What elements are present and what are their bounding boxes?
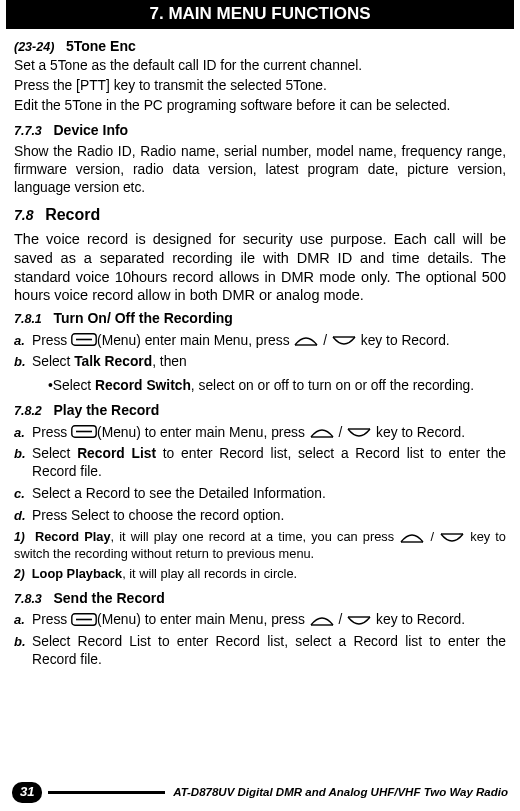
- sect-num: 7.8: [14, 207, 33, 223]
- footer: 31 AT-D878UV Digital DMR and Analog UHF/…: [0, 782, 520, 803]
- menu-key-icon: [71, 613, 97, 626]
- text: •Select: [48, 378, 95, 393]
- text: /: [425, 529, 439, 544]
- s782-a: a. Press (Menu) to enter main Menu, pres…: [14, 424, 506, 442]
- bold: Record List: [77, 446, 156, 461]
- bold: Record Switch: [95, 378, 191, 393]
- record-body: The voice record is designed for securit…: [14, 230, 506, 305]
- list-body: Press Select to choose the record option…: [32, 507, 506, 525]
- text: (Menu) enter main Menu, press: [97, 333, 293, 348]
- s783-b: b. Select Record List to enter Record li…: [14, 633, 506, 669]
- text: Press: [32, 425, 71, 440]
- text: , it will play one record at a time, you…: [111, 529, 400, 544]
- down-key-icon: [346, 615, 372, 627]
- section-device-info: 7.7.3 Device Info: [14, 121, 506, 139]
- list-label: d.: [14, 507, 32, 525]
- sect-num: 7.7.3: [14, 124, 42, 138]
- 5tone-line2: Press the [PTT] key to transmit the sele…: [14, 77, 506, 95]
- page-content: (23-24) 5Tone Enc Set a 5Tone as the def…: [0, 29, 520, 669]
- list-label: b.: [14, 353, 32, 371]
- sect-num: 7.8.1: [14, 312, 42, 326]
- s781-a: a. Press (Menu) enter main Menu, press /…: [14, 332, 506, 350]
- text: Select: [32, 354, 74, 369]
- list-body: Select Record List to enter Record list,…: [32, 633, 506, 669]
- text: (Menu) to enter main Menu, press: [97, 612, 309, 627]
- page-number: 31: [12, 782, 42, 803]
- sect-title: 5Tone Enc: [66, 38, 136, 54]
- list-body: Select a Record to see the Detailed Info…: [32, 485, 506, 503]
- text: (Menu) to enter main Menu, press: [97, 425, 309, 440]
- sect-num: 7.8.2: [14, 404, 42, 418]
- text: key to Record.: [357, 333, 450, 348]
- s782-n2: 2) Loop Playback, it will play all recor…: [14, 566, 506, 583]
- list-body: Press (Menu) to enter main Menu, press /…: [32, 611, 506, 629]
- bold: Talk Record: [74, 354, 152, 369]
- text: , it will play all records in circle.: [122, 566, 297, 581]
- list-label: 1): [14, 530, 25, 544]
- sect-title: Device Info: [53, 122, 128, 138]
- s781-bullet: •Select Record Switch, select on or off …: [48, 377, 506, 395]
- up-key-icon: [293, 335, 319, 347]
- header-title: 7. MAIN MENU FUNCTIONS: [150, 4, 371, 23]
- list-label: 2): [14, 567, 25, 581]
- text: , select on or off to turn on or off the…: [191, 378, 474, 393]
- up-key-icon: [399, 532, 425, 544]
- footer-text: AT-D878UV Digital DMR and Analog UHF/VHF…: [173, 785, 508, 800]
- sect-title: Play the Record: [53, 402, 159, 418]
- s782-d: d. Press Select to choose the record opt…: [14, 507, 506, 525]
- down-key-icon: [439, 532, 465, 544]
- list-label: b.: [14, 445, 32, 463]
- menu-key-icon: [71, 333, 97, 346]
- up-key-icon: [309, 427, 335, 439]
- text: /: [319, 333, 331, 348]
- s782-b: b. Select Record List to enter Record li…: [14, 445, 506, 481]
- text: Select: [32, 446, 77, 461]
- s783-a: a. Press (Menu) to enter main Menu, pres…: [14, 611, 506, 629]
- list-label: a.: [14, 611, 32, 629]
- list-label: b.: [14, 633, 32, 651]
- section-783: 7.8.3 Send the Record: [14, 589, 506, 607]
- text: key to Record.: [372, 425, 465, 440]
- device-info-body: Show the Radio ID, Radio name, serial nu…: [14, 143, 506, 197]
- text: Press: [32, 333, 71, 348]
- down-key-icon: [331, 335, 357, 347]
- list-body: Press (Menu) to enter main Menu, press /…: [32, 424, 506, 442]
- text: key to Record.: [372, 612, 465, 627]
- sect-title: Turn On/ Off the Recording: [53, 310, 232, 326]
- list-label: a.: [14, 424, 32, 442]
- up-key-icon: [309, 615, 335, 627]
- sect-title: Send the Record: [53, 590, 164, 606]
- section-781: 7.8.1 Turn On/ Off the Recording: [14, 309, 506, 327]
- text: /: [335, 425, 347, 440]
- text: , then: [152, 354, 187, 369]
- s781-b: b. Select Talk Record, then: [14, 353, 506, 371]
- header-bar: 7. MAIN MENU FUNCTIONS: [6, 0, 514, 29]
- section-5tone: (23-24) 5Tone Enc: [14, 37, 506, 55]
- section-782: 7.8.2 Play the Record: [14, 401, 506, 419]
- 5tone-line3: Edit the 5Tone in the PC programing soft…: [14, 97, 506, 115]
- text: /: [335, 612, 347, 627]
- sect-num: (23-24): [14, 40, 54, 54]
- bold: Loop Playback: [32, 566, 122, 581]
- sect-title: Record: [45, 206, 100, 223]
- menu-key-icon: [71, 425, 97, 438]
- list-label: c.: [14, 485, 32, 503]
- bold: Record Play: [35, 529, 111, 544]
- list-body: Select Talk Record, then: [32, 353, 506, 371]
- list-label: a.: [14, 332, 32, 350]
- 5tone-line1: Set a 5Tone as the default call ID for t…: [14, 57, 506, 75]
- s782-c: c. Select a Record to see the Detailed I…: [14, 485, 506, 503]
- sect-num: 7.8.3: [14, 592, 42, 606]
- list-body: Press (Menu) enter main Menu, press / ke…: [32, 332, 506, 350]
- text: Press: [32, 612, 71, 627]
- s782-n1: 1) Record Play, it will play one record …: [14, 529, 506, 562]
- list-body: Select Record List to enter Record list,…: [32, 445, 506, 481]
- down-key-icon: [346, 427, 372, 439]
- footer-rule: [48, 791, 165, 794]
- section-record: 7.8 Record: [14, 205, 506, 226]
